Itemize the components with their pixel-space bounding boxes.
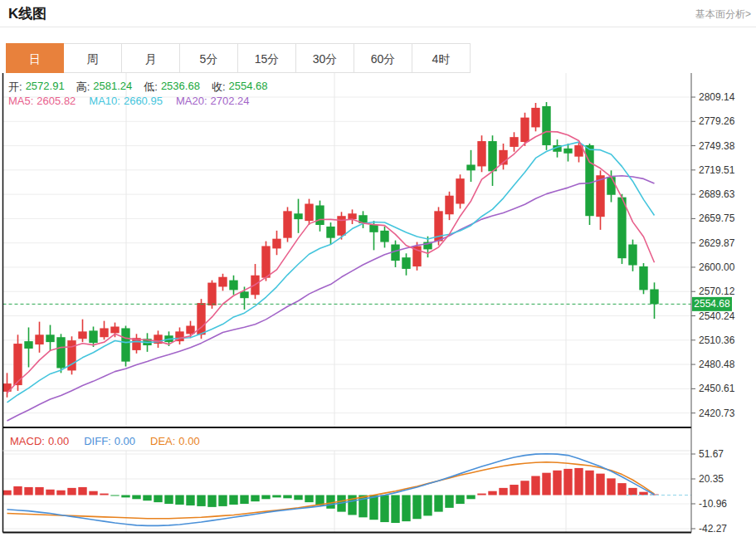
macd-label: MACD: <box>10 435 45 447</box>
header-divider <box>0 27 756 27</box>
low-value: 2536.68 <box>161 80 200 95</box>
current-price-badge: 2554.68 <box>692 297 732 311</box>
axis-tick-label: 2749.38 <box>699 140 735 152</box>
ohlc-readout: 开:2572.91 高:2581.24 低:2536.68 收:2554.68 <box>8 80 268 95</box>
axis-tick-label: 2600.00 <box>699 261 735 273</box>
axes-frame <box>3 73 692 533</box>
page-title: K线图 <box>8 4 46 23</box>
close-value: 2554.68 <box>229 80 268 95</box>
diff-value: 0.00 <box>115 435 135 447</box>
axis-tick-label: 2659.75 <box>699 212 735 224</box>
axis-tick-label: -42.27 <box>699 523 727 535</box>
low-label: 低: <box>144 80 158 95</box>
open-value: 2572.91 <box>26 80 65 95</box>
ma10-label: MA10: <box>89 95 120 107</box>
ma-readout: MA5:2605.82 MA10:2660.95 MA20:2702.24 <box>8 95 250 107</box>
ma10-value: 2660.95 <box>124 95 163 107</box>
axis-tick-label: 51.67 <box>699 448 724 460</box>
candlestick-layer <box>2 102 658 398</box>
axis-tick-label: 2420.73 <box>699 408 735 419</box>
ma-lines <box>7 131 655 421</box>
high-value: 2581.24 <box>93 80 132 95</box>
axis-tick-label: 2809.14 <box>699 91 735 103</box>
tab-period-4时[interactable]: 4时 <box>412 43 471 73</box>
ma20-line <box>7 176 655 421</box>
axis-tick-label: 2689.63 <box>699 188 735 200</box>
period-tabs: 日周月5分15分30分60分4时 <box>6 43 471 73</box>
axis-tick-label: 2480.48 <box>699 359 735 370</box>
y-axis-labels: 2809.142779.262749.382719.512689.632659.… <box>691 91 735 535</box>
ma5-line <box>7 131 655 393</box>
high-label: 高: <box>76 80 90 95</box>
ma5-label: MA5: <box>8 95 33 107</box>
axis-tick-label: 2450.61 <box>699 383 735 394</box>
current-price-badge-text: 2554.68 <box>694 298 730 310</box>
diff-line <box>7 454 655 526</box>
axis-tick-label: 2629.87 <box>699 237 735 249</box>
axis-tick-label: 20.35 <box>699 473 724 485</box>
tab-period-15分[interactable]: 15分 <box>238 43 296 73</box>
ma20-label: MA20: <box>176 95 207 107</box>
macd-value: 0.00 <box>48 435 69 447</box>
tab-period-30分[interactable]: 30分 <box>296 43 354 73</box>
tab-period-5分[interactable]: 5分 <box>180 43 238 73</box>
diff-label: DIFF: <box>84 435 111 447</box>
close-label: 收: <box>212 80 226 95</box>
macd-readout: MACD:0.00 DIFF:0.00 DEA:0.00 <box>10 435 200 447</box>
axis-tick-label: 2540.24 <box>699 310 735 322</box>
tab-period-日[interactable]: 日 <box>6 43 64 73</box>
grid-layer <box>3 73 692 533</box>
ma20-value: 2702.24 <box>211 95 250 107</box>
macd-histogram <box>2 468 658 523</box>
axis-tick-label: 2510.36 <box>699 334 735 346</box>
dea-line <box>7 462 655 519</box>
ma5-value: 2605.82 <box>37 95 76 107</box>
ma10-line <box>7 142 655 403</box>
axis-tick-label: 2719.51 <box>699 164 735 176</box>
tab-period-60分[interactable]: 60分 <box>354 43 412 73</box>
open-label: 开: <box>8 80 22 95</box>
dea-value: 0.00 <box>178 435 199 447</box>
tab-period-月[interactable]: 月 <box>122 43 180 73</box>
dea-label: DEA: <box>150 435 175 447</box>
macd-lines <box>7 454 692 526</box>
axis-tick-label: 2779.26 <box>699 115 735 127</box>
axis-tick-label: -10.96 <box>699 498 727 510</box>
fundamental-analysis-link[interactable]: 基本面分析> <box>695 7 751 22</box>
tab-period-周[interactable]: 周 <box>64 43 122 73</box>
axis-tick-label: 2570.12 <box>699 286 735 297</box>
